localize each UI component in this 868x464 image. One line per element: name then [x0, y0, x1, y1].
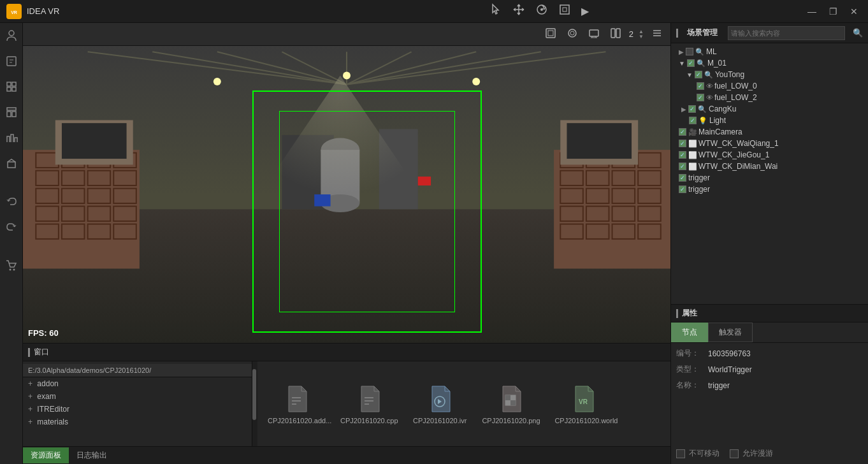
viewport-split-button[interactable]	[607, 26, 624, 42]
tree-item-materials[interactable]: + materials	[23, 416, 252, 428]
sidebar-icon-box[interactable]	[4, 156, 19, 171]
file-browser: CPJ20161020.add... CPJ20161020.cpp CPJ20…	[257, 361, 670, 446]
prop-type-label: 类型：	[676, 364, 708, 375]
name-light: Light	[709, 116, 726, 125]
expand-materials-icon: +	[28, 417, 33, 426]
file-item-3[interactable]: CPJ20161020.png	[482, 384, 539, 424]
viewport-mode-button[interactable]	[542, 26, 559, 42]
name-maincam: MainCamera	[698, 127, 742, 136]
arrow-m01: ▼	[679, 60, 685, 67]
check-wtw2[interactable]: ✓	[679, 151, 686, 159]
scene-node-light[interactable]: ✓ 💡 Light	[671, 115, 868, 126]
scene-node-wtw1[interactable]: ✓ ⬜ WTW_CK_WaiQiang_1	[671, 138, 868, 149]
name-trig1: trigger	[688, 173, 710, 182]
scene-node-wtw3[interactable]: ✓ ⬜ WTW_CK_DiMian_Wai	[671, 161, 868, 172]
rotate-tool-button[interactable]	[535, 3, 548, 19]
close-button[interactable]: ✕	[846, 5, 862, 18]
svg-rect-7	[7, 57, 16, 66]
file-item-2[interactable]: CPJ20161020.ivr	[413, 384, 467, 424]
check-trig1[interactable]: ✓	[679, 174, 686, 182]
prop-row-id: 编号： 1603596763	[676, 348, 863, 359]
tree-item-exam[interactable]: + exam	[23, 390, 252, 403]
spinner-down[interactable]: ▼	[639, 34, 644, 40]
tab-log[interactable]: 日志输出	[69, 447, 115, 463]
app-logo: VR	[6, 4, 22, 19]
scene-search-input[interactable]	[728, 26, 845, 40]
checkbox-row-roam: 允许漫游	[730, 448, 773, 459]
tab-node[interactable]: 节点	[671, 323, 708, 342]
scene-node-youtong[interactable]: ▼ ✓ 🔍 YouTong	[671, 69, 868, 80]
viewport-camera-button[interactable]	[564, 26, 581, 42]
sidebar-icon-edit[interactable]	[4, 54, 19, 69]
svg-rect-19	[548, 31, 553, 36]
title-bar: VR IDEA VR ▶ — ❐ ✕	[0, 0, 868, 23]
scene-node-wtw2[interactable]: ✓ ⬜ WTW_CK_JieGou_1	[671, 149, 868, 161]
file-tree-scrollbar[interactable]	[252, 361, 257, 446]
viewport[interactable]: FPS: 60	[23, 46, 670, 343]
scene-node-ml[interactable]: ▶ 🔍 ML	[671, 46, 868, 57]
search-icon[interactable]: 🔍	[853, 28, 863, 38]
minimize-button[interactable]: —	[804, 5, 820, 18]
scene-node-fuel2[interactable]: ✓ 👁 fuel_LOW_2	[671, 92, 868, 103]
maximize-button[interactable]: ❐	[825, 5, 841, 18]
scene-node-m01[interactable]: ▼ ✓ 🔍 M_01	[671, 57, 868, 69]
check-youtong[interactable]: ✓	[695, 71, 702, 78]
arrow-cangku: ▶	[681, 106, 686, 113]
sidebar-icon-cart[interactable]	[4, 257, 19, 273]
sidebar-icon-chart[interactable]	[4, 130, 19, 145]
bottom-content: E:/3.0Alpha/data/demos/CPJ20161020/ + ad…	[23, 361, 670, 446]
file-item-1[interactable]: CPJ20161020.cpp	[340, 384, 398, 424]
check-light[interactable]: ✓	[689, 117, 697, 124]
viewport-toolbar: 2 ▲ ▼	[23, 23, 670, 46]
prop-type-value: WorldTrigger	[708, 365, 752, 374]
scene-node-trig2[interactable]: ✓ trigger	[671, 184, 868, 195]
tree-item-addon[interactable]: + addon	[23, 377, 252, 390]
svg-point-16	[9, 269, 11, 271]
scene-node-cangku[interactable]: ▶ ✓ 🔍 CangKu	[671, 103, 868, 115]
tree-item-addon-label: addon	[37, 379, 58, 388]
check-ml[interactable]	[686, 48, 693, 55]
viewport-menu-button[interactable]	[649, 26, 665, 42]
sidebar-icon-undo[interactable]	[4, 194, 19, 209]
viewport-screen-button[interactable]	[586, 26, 602, 42]
check-wtw3[interactable]: ✓	[679, 163, 686, 170]
tree-item-exam-label: exam	[37, 392, 55, 401]
file-item-0[interactable]: CPJ20161020.add...	[268, 384, 325, 424]
check-fuel0[interactable]: ✓	[697, 82, 704, 90]
check-wtw1[interactable]: ✓	[679, 140, 686, 147]
check-cangku[interactable]: ✓	[688, 105, 696, 113]
sidebar-icon-layout[interactable]	[4, 105, 19, 120]
scale-tool-button[interactable]	[558, 3, 571, 19]
file-name-4: CPJ20161020.world	[554, 417, 612, 424]
select-tool-button[interactable]	[489, 3, 502, 19]
props-footer: 不可移动 允许漫游	[671, 443, 868, 464]
icon-youtong: 🔍	[704, 71, 713, 79]
file-icon-2	[424, 384, 455, 414]
scene-node-trig1[interactable]: ✓ trigger	[671, 172, 868, 184]
sidebar-icon-redo[interactable]	[4, 219, 19, 235]
vis-wtw2: ⬜	[688, 151, 697, 159]
label-roam: 允许漫游	[742, 448, 773, 459]
checkbox-roam[interactable]	[730, 449, 739, 458]
icon-m01: 🔍	[697, 59, 705, 68]
check-fuel2[interactable]: ✓	[697, 94, 704, 101]
file-item-4[interactable]: VR CPJ20161020.world	[554, 384, 612, 424]
svg-rect-41	[510, 395, 516, 400]
sidebar-icon-grid[interactable]	[4, 79, 19, 94]
move-tool-button[interactable]	[512, 3, 525, 19]
check-m01[interactable]: ✓	[687, 59, 695, 67]
scene-node-fuel0[interactable]: ✓ 👁 fuel_LOW_0	[671, 80, 868, 92]
checkbox-immovable[interactable]	[676, 449, 685, 458]
tree-item-itr[interactable]: + ITREditor	[23, 403, 252, 416]
scene-title: 场景管理	[687, 27, 718, 38]
play-button[interactable]: ▶	[581, 5, 589, 17]
check-maincam[interactable]: ✓	[679, 128, 686, 136]
name-cangku: CangKu	[709, 105, 736, 113]
check-trig2[interactable]: ✓	[679, 185, 686, 193]
tab-resources[interactable]: 资源面板	[23, 447, 69, 463]
scene-canvas	[23, 46, 670, 343]
sidebar-icon-person[interactable]	[4, 28, 19, 43]
tab-trigger[interactable]: 触发器	[708, 323, 753, 342]
scene-node-maincam[interactable]: ✓ 🎥 MainCamera	[671, 126, 868, 138]
viewport-spinner[interactable]: ▲ ▼	[639, 29, 644, 40]
